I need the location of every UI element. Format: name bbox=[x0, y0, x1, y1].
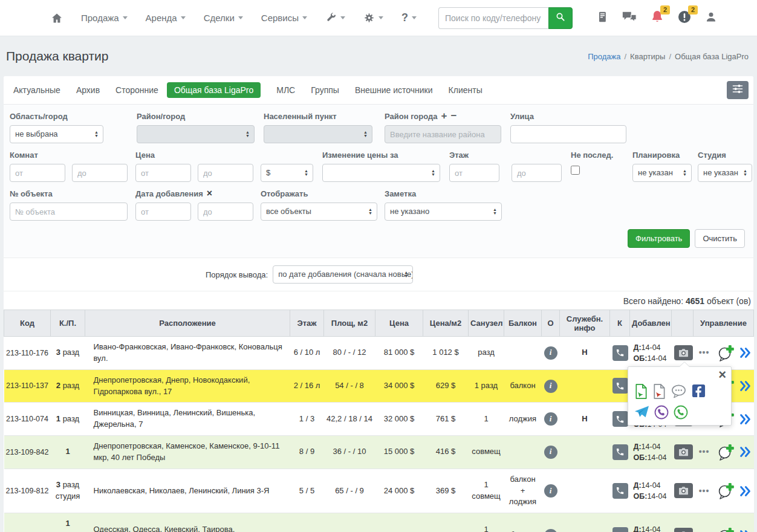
floor-to-input[interactable] bbox=[512, 164, 562, 182]
journal-button[interactable] bbox=[596, 10, 608, 26]
alerts-button[interactable]: 2 bbox=[677, 10, 692, 27]
object-code[interactable]: 213-110-176 bbox=[4, 337, 51, 370]
object-code[interactable]: 213-109-812 bbox=[4, 469, 51, 513]
phone-icon[interactable] bbox=[612, 345, 628, 361]
object-code[interactable]: 213-110-074 bbox=[4, 403, 51, 436]
more-actions-icon[interactable] bbox=[696, 485, 713, 498]
table-row[interactable]: 213-109-812 3 раздстудия Николаевская, Н… bbox=[4, 469, 754, 513]
breadcrumb-sales[interactable]: Продажа bbox=[588, 52, 620, 61]
currency-select[interactable]: $ bbox=[261, 164, 313, 182]
table-settings-button[interactable] bbox=[727, 81, 749, 99]
object-id-input[interactable] bbox=[10, 203, 128, 221]
camera-icon[interactable] bbox=[674, 483, 693, 498]
open-object-icon[interactable] bbox=[739, 530, 752, 532]
col-location[interactable]: Расположение bbox=[85, 310, 290, 337]
notifications-button[interactable]: 2 bbox=[651, 10, 664, 27]
settlement-select[interactable] bbox=[264, 125, 372, 143]
tab-ligapro-base[interactable]: Общая база LigaPro bbox=[167, 82, 261, 98]
price-from-input[interactable] bbox=[135, 164, 191, 182]
phone-icon[interactable] bbox=[612, 527, 628, 532]
phone-icon[interactable] bbox=[612, 483, 628, 499]
camera-icon[interactable] bbox=[674, 345, 693, 360]
note-select[interactable]: не указано bbox=[385, 203, 502, 221]
pdf-gray-icon[interactable] bbox=[652, 384, 666, 399]
filter-button[interactable]: Фильтровать bbox=[628, 229, 690, 248]
open-object-icon[interactable] bbox=[739, 347, 752, 358]
remove-district-icon[interactable] bbox=[450, 112, 456, 121]
date-from-input[interactable] bbox=[135, 203, 191, 221]
street-input[interactable] bbox=[510, 125, 626, 143]
col-k[interactable]: К bbox=[610, 310, 630, 337]
close-icon[interactable] bbox=[718, 368, 726, 381]
share-icon[interactable] bbox=[717, 482, 735, 499]
more-actions-icon[interactable] bbox=[696, 346, 713, 359]
clear-date-icon[interactable] bbox=[207, 189, 212, 198]
table-row[interactable]: 213-110-176 3 разд Ивано-Франковская, Ив… bbox=[4, 337, 754, 370]
share-icon[interactable] bbox=[717, 527, 735, 532]
display-select[interactable]: все объекты bbox=[261, 203, 377, 221]
col-rooms[interactable]: К./П. bbox=[51, 310, 85, 337]
tab-actual[interactable]: Актуальные bbox=[13, 82, 60, 98]
search-input[interactable] bbox=[438, 7, 548, 29]
col-floor[interactable]: Этаж bbox=[290, 310, 324, 337]
add-district-icon[interactable] bbox=[441, 112, 447, 121]
col-service-info[interactable]: Служебн. инфо bbox=[560, 310, 610, 337]
share-icon[interactable] bbox=[717, 444, 735, 461]
info-icon[interactable] bbox=[544, 529, 557, 532]
tab-clients[interactable]: Клиенты bbox=[449, 82, 482, 98]
menu-sales[interactable]: Продажа bbox=[81, 13, 128, 23]
district-select[interactable] bbox=[137, 125, 255, 143]
settings-menu[interactable] bbox=[363, 12, 383, 24]
phone-icon[interactable] bbox=[612, 378, 628, 394]
tab-external-sources[interactable]: Внешние источники bbox=[355, 82, 433, 98]
info-icon[interactable] bbox=[544, 412, 557, 426]
messages-button[interactable] bbox=[622, 10, 637, 27]
camera-icon[interactable] bbox=[674, 444, 693, 459]
tab-mls[interactable]: МЛС bbox=[276, 82, 295, 98]
info-icon[interactable] bbox=[544, 484, 557, 498]
table-row[interactable]: 213-109-770 1смежстудия Одесская, Одесса… bbox=[4, 513, 754, 532]
tab-archive[interactable]: Архив bbox=[76, 82, 100, 98]
col-added[interactable]: Добавлен bbox=[630, 310, 672, 337]
col-code[interactable]: Код bbox=[4, 310, 51, 337]
profile-button[interactable] bbox=[705, 10, 717, 26]
open-object-icon[interactable] bbox=[739, 380, 752, 392]
object-code[interactable]: 213-110-137 bbox=[4, 369, 51, 403]
price-to-input[interactable] bbox=[198, 164, 253, 182]
tab-groups[interactable]: Группы bbox=[311, 82, 339, 98]
region-select[interactable]: не выбрана bbox=[10, 125, 103, 143]
col-balcony[interactable]: Балкон bbox=[504, 310, 542, 337]
city-district-input[interactable] bbox=[385, 125, 501, 143]
whatsapp-icon[interactable] bbox=[674, 405, 688, 420]
menu-deals[interactable]: Сделки bbox=[204, 13, 243, 23]
info-icon[interactable] bbox=[544, 346, 557, 360]
home-button[interactable] bbox=[51, 12, 63, 24]
price-change-select[interactable] bbox=[322, 164, 440, 182]
object-code[interactable]: 213-109-770 bbox=[4, 513, 51, 532]
info-icon[interactable] bbox=[544, 446, 557, 459]
object-code[interactable]: 213-109-842 bbox=[4, 436, 51, 469]
table-row[interactable]: 213-109-842 1 Днепропетровская, Каменско… bbox=[4, 436, 754, 469]
studio-select[interactable]: не указан bbox=[698, 164, 752, 182]
rooms-to-input[interactable] bbox=[72, 164, 128, 182]
tab-third-party[interactable]: Сторонние bbox=[115, 82, 158, 98]
more-actions-icon[interactable] bbox=[696, 529, 713, 532]
menu-services[interactable]: Сервисы bbox=[261, 13, 307, 23]
rooms-from-input[interactable] bbox=[10, 164, 65, 182]
telegram-icon[interactable] bbox=[634, 405, 649, 420]
open-object-icon[interactable] bbox=[739, 446, 752, 458]
col-bathroom[interactable]: Санузел bbox=[469, 310, 504, 337]
col-o[interactable]: О bbox=[542, 310, 560, 337]
col-price[interactable]: Цена bbox=[375, 310, 423, 337]
clear-button[interactable]: Очистить bbox=[695, 229, 745, 248]
col-manage[interactable]: Управление bbox=[694, 310, 754, 337]
col-price-m2[interactable]: Цена/м2 bbox=[423, 310, 469, 337]
sort-order-select[interactable]: по дате добавления (сначала новые) bbox=[273, 265, 413, 284]
not-last-floor-checkbox[interactable] bbox=[571, 166, 580, 175]
phone-icon[interactable] bbox=[612, 411, 628, 427]
viber-icon[interactable] bbox=[654, 405, 669, 420]
phone-icon[interactable] bbox=[612, 444, 628, 460]
pdf-green-icon[interactable] bbox=[634, 384, 648, 399]
share-icon[interactable] bbox=[717, 345, 735, 362]
date-to-input[interactable] bbox=[198, 203, 253, 221]
